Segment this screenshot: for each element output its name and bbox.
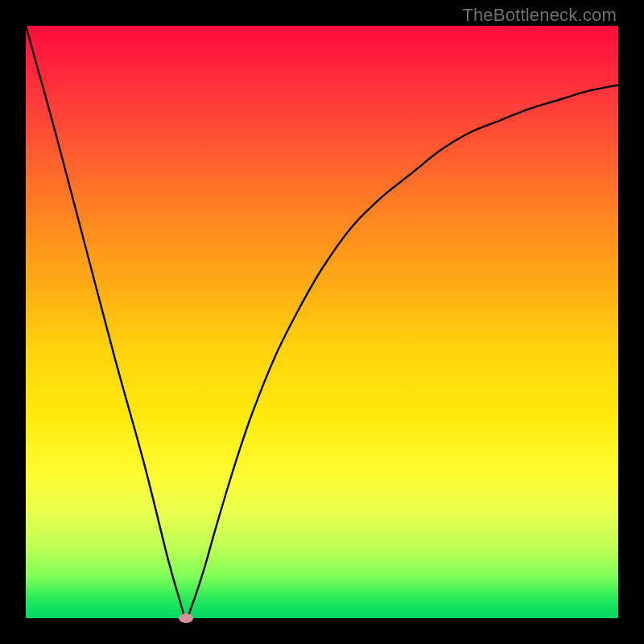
plot-area <box>26 26 618 618</box>
bottleneck-curve <box>26 26 618 618</box>
optimum-marker <box>179 613 193 623</box>
watermark-text: TheBottleneck.com <box>462 5 617 26</box>
chart-frame: TheBottleneck.com <box>0 0 644 644</box>
